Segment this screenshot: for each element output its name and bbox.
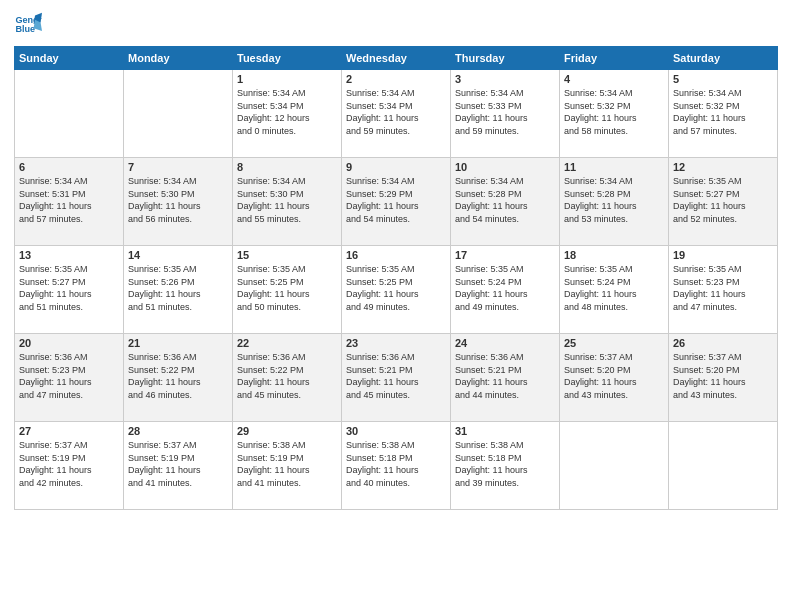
day-info: Sunrise: 5:35 AM Sunset: 5:27 PM Dayligh… <box>673 175 773 225</box>
day-number: 12 <box>673 161 773 173</box>
day-number: 25 <box>564 337 664 349</box>
calendar-cell: 6Sunrise: 5:34 AM Sunset: 5:31 PM Daylig… <box>15 158 124 246</box>
day-number: 10 <box>455 161 555 173</box>
day-number: 11 <box>564 161 664 173</box>
calendar-week-2: 6Sunrise: 5:34 AM Sunset: 5:31 PM Daylig… <box>15 158 778 246</box>
svg-text:Blue: Blue <box>15 24 35 34</box>
day-number: 28 <box>128 425 228 437</box>
day-number: 27 <box>19 425 119 437</box>
calendar-cell: 4Sunrise: 5:34 AM Sunset: 5:32 PM Daylig… <box>560 70 669 158</box>
day-number: 15 <box>237 249 337 261</box>
calendar-cell: 3Sunrise: 5:34 AM Sunset: 5:33 PM Daylig… <box>451 70 560 158</box>
main-container: General Blue SundayMondayTuesdayWednesda… <box>0 0 792 516</box>
header-cell-saturday: Saturday <box>669 47 778 70</box>
day-number: 23 <box>346 337 446 349</box>
header-cell-monday: Monday <box>124 47 233 70</box>
calendar-cell: 19Sunrise: 5:35 AM Sunset: 5:23 PM Dayli… <box>669 246 778 334</box>
calendar-cell: 12Sunrise: 5:35 AM Sunset: 5:27 PM Dayli… <box>669 158 778 246</box>
day-info: Sunrise: 5:35 AM Sunset: 5:24 PM Dayligh… <box>564 263 664 313</box>
day-info: Sunrise: 5:34 AM Sunset: 5:28 PM Dayligh… <box>455 175 555 225</box>
calendar-cell: 24Sunrise: 5:36 AM Sunset: 5:21 PM Dayli… <box>451 334 560 422</box>
calendar-cell: 11Sunrise: 5:34 AM Sunset: 5:28 PM Dayli… <box>560 158 669 246</box>
day-info: Sunrise: 5:34 AM Sunset: 5:34 PM Dayligh… <box>346 87 446 137</box>
day-info: Sunrise: 5:34 AM Sunset: 5:32 PM Dayligh… <box>564 87 664 137</box>
header-cell-tuesday: Tuesday <box>233 47 342 70</box>
day-info: Sunrise: 5:37 AM Sunset: 5:20 PM Dayligh… <box>673 351 773 401</box>
calendar-cell: 15Sunrise: 5:35 AM Sunset: 5:25 PM Dayli… <box>233 246 342 334</box>
calendar-cell <box>124 70 233 158</box>
day-number: 26 <box>673 337 773 349</box>
day-number: 18 <box>564 249 664 261</box>
calendar-cell: 21Sunrise: 5:36 AM Sunset: 5:22 PM Dayli… <box>124 334 233 422</box>
header-cell-sunday: Sunday <box>15 47 124 70</box>
day-info: Sunrise: 5:36 AM Sunset: 5:21 PM Dayligh… <box>346 351 446 401</box>
day-number: 20 <box>19 337 119 349</box>
calendar-cell: 16Sunrise: 5:35 AM Sunset: 5:25 PM Dayli… <box>342 246 451 334</box>
day-number: 21 <box>128 337 228 349</box>
calendar-cell: 5Sunrise: 5:34 AM Sunset: 5:32 PM Daylig… <box>669 70 778 158</box>
header-cell-wednesday: Wednesday <box>342 47 451 70</box>
calendar-cell: 10Sunrise: 5:34 AM Sunset: 5:28 PM Dayli… <box>451 158 560 246</box>
day-info: Sunrise: 5:35 AM Sunset: 5:25 PM Dayligh… <box>346 263 446 313</box>
day-info: Sunrise: 5:36 AM Sunset: 5:22 PM Dayligh… <box>237 351 337 401</box>
day-number: 24 <box>455 337 555 349</box>
calendar-header-row: SundayMondayTuesdayWednesdayThursdayFrid… <box>15 47 778 70</box>
day-number: 14 <box>128 249 228 261</box>
header-cell-thursday: Thursday <box>451 47 560 70</box>
day-number: 3 <box>455 73 555 85</box>
day-info: Sunrise: 5:35 AM Sunset: 5:23 PM Dayligh… <box>673 263 773 313</box>
day-number: 13 <box>19 249 119 261</box>
calendar-cell: 18Sunrise: 5:35 AM Sunset: 5:24 PM Dayli… <box>560 246 669 334</box>
day-info: Sunrise: 5:36 AM Sunset: 5:23 PM Dayligh… <box>19 351 119 401</box>
day-info: Sunrise: 5:35 AM Sunset: 5:25 PM Dayligh… <box>237 263 337 313</box>
day-number: 16 <box>346 249 446 261</box>
calendar-cell: 7Sunrise: 5:34 AM Sunset: 5:30 PM Daylig… <box>124 158 233 246</box>
day-info: Sunrise: 5:34 AM Sunset: 5:30 PM Dayligh… <box>237 175 337 225</box>
logo: General Blue <box>14 10 48 38</box>
day-number: 31 <box>455 425 555 437</box>
calendar-week-4: 20Sunrise: 5:36 AM Sunset: 5:23 PM Dayli… <box>15 334 778 422</box>
day-number: 30 <box>346 425 446 437</box>
day-info: Sunrise: 5:37 AM Sunset: 5:19 PM Dayligh… <box>128 439 228 489</box>
calendar-cell: 29Sunrise: 5:38 AM Sunset: 5:19 PM Dayli… <box>233 422 342 510</box>
calendar-cell: 23Sunrise: 5:36 AM Sunset: 5:21 PM Dayli… <box>342 334 451 422</box>
calendar-cell: 22Sunrise: 5:36 AM Sunset: 5:22 PM Dayli… <box>233 334 342 422</box>
calendar-cell: 25Sunrise: 5:37 AM Sunset: 5:20 PM Dayli… <box>560 334 669 422</box>
day-number: 22 <box>237 337 337 349</box>
calendar-cell <box>560 422 669 510</box>
calendar-cell: 28Sunrise: 5:37 AM Sunset: 5:19 PM Dayli… <box>124 422 233 510</box>
day-number: 5 <box>673 73 773 85</box>
calendar-cell: 20Sunrise: 5:36 AM Sunset: 5:23 PM Dayli… <box>15 334 124 422</box>
day-info: Sunrise: 5:38 AM Sunset: 5:19 PM Dayligh… <box>237 439 337 489</box>
calendar-cell: 1Sunrise: 5:34 AM Sunset: 5:34 PM Daylig… <box>233 70 342 158</box>
day-info: Sunrise: 5:34 AM Sunset: 5:29 PM Dayligh… <box>346 175 446 225</box>
calendar-cell <box>669 422 778 510</box>
calendar-cell: 14Sunrise: 5:35 AM Sunset: 5:26 PM Dayli… <box>124 246 233 334</box>
day-number: 7 <box>128 161 228 173</box>
calendar-table: SundayMondayTuesdayWednesdayThursdayFrid… <box>14 46 778 510</box>
day-info: Sunrise: 5:36 AM Sunset: 5:21 PM Dayligh… <box>455 351 555 401</box>
calendar-cell: 2Sunrise: 5:34 AM Sunset: 5:34 PM Daylig… <box>342 70 451 158</box>
day-number: 19 <box>673 249 773 261</box>
calendar-week-3: 13Sunrise: 5:35 AM Sunset: 5:27 PM Dayli… <box>15 246 778 334</box>
day-info: Sunrise: 5:34 AM Sunset: 5:32 PM Dayligh… <box>673 87 773 137</box>
day-info: Sunrise: 5:38 AM Sunset: 5:18 PM Dayligh… <box>455 439 555 489</box>
day-info: Sunrise: 5:35 AM Sunset: 5:24 PM Dayligh… <box>455 263 555 313</box>
day-info: Sunrise: 5:37 AM Sunset: 5:20 PM Dayligh… <box>564 351 664 401</box>
day-info: Sunrise: 5:37 AM Sunset: 5:19 PM Dayligh… <box>19 439 119 489</box>
calendar-cell: 26Sunrise: 5:37 AM Sunset: 5:20 PM Dayli… <box>669 334 778 422</box>
day-info: Sunrise: 5:38 AM Sunset: 5:18 PM Dayligh… <box>346 439 446 489</box>
header-cell-friday: Friday <box>560 47 669 70</box>
calendar-cell: 9Sunrise: 5:34 AM Sunset: 5:29 PM Daylig… <box>342 158 451 246</box>
calendar-cell: 17Sunrise: 5:35 AM Sunset: 5:24 PM Dayli… <box>451 246 560 334</box>
calendar-cell <box>15 70 124 158</box>
calendar-cell: 13Sunrise: 5:35 AM Sunset: 5:27 PM Dayli… <box>15 246 124 334</box>
day-number: 17 <box>455 249 555 261</box>
day-info: Sunrise: 5:35 AM Sunset: 5:26 PM Dayligh… <box>128 263 228 313</box>
day-info: Sunrise: 5:34 AM Sunset: 5:33 PM Dayligh… <box>455 87 555 137</box>
day-info: Sunrise: 5:34 AM Sunset: 5:34 PM Dayligh… <box>237 87 337 137</box>
day-number: 8 <box>237 161 337 173</box>
calendar-cell: 27Sunrise: 5:37 AM Sunset: 5:19 PM Dayli… <box>15 422 124 510</box>
day-number: 2 <box>346 73 446 85</box>
calendar-cell: 30Sunrise: 5:38 AM Sunset: 5:18 PM Dayli… <box>342 422 451 510</box>
